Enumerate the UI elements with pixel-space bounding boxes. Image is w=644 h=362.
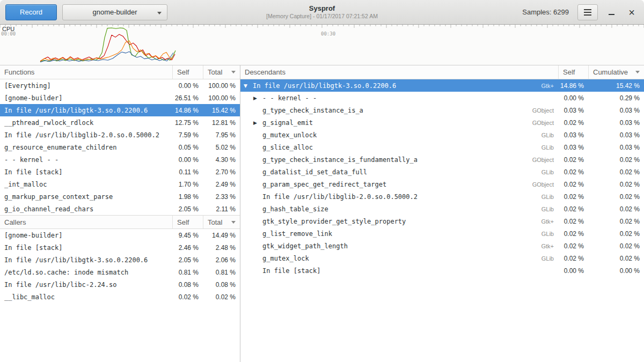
caller-row-name: In file [stack] <box>0 244 172 252</box>
descendant-row[interactable]: ▶- - kernel - -0.00 %0.29 % <box>240 92 644 104</box>
library-label: Gtk+ <box>521 243 558 249</box>
function-row-total: 12.81 % <box>203 119 240 127</box>
descendant-self: 0.02 % <box>558 205 588 213</box>
functions-list: [Everything]0.00 %100.00 %[gnome-builder… <box>0 79 240 215</box>
record-button-label: Record <box>20 8 42 16</box>
library-label: GObject <box>521 181 558 188</box>
window-subtitle: [Memory Capture] - 01/17/2017 07:21:52 A… <box>266 13 378 20</box>
descendants-cumulative-column-header[interactable]: Cumulative <box>588 65 644 79</box>
descendant-row[interactable]: ▶g_signal_emitGObject0.02 %0.03 % <box>240 116 644 129</box>
caller-row[interactable]: __libc_malloc0.02 %0.02 % <box>0 291 240 303</box>
descendant-row[interactable]: g_mutex_lockGLib0.02 %0.02 % <box>240 252 644 264</box>
minimize-icon <box>609 14 614 15</box>
caller-row[interactable]: [gnome-builder]9.45 %14.49 % <box>0 229 240 241</box>
descendant-name-cell: gtk_style_provider_get_style_property <box>240 218 521 225</box>
library-label: GObject <box>521 107 558 114</box>
descendant-row[interactable]: gtk_style_provider_get_style_propertyGtk… <box>240 215 644 227</box>
descendant-row[interactable]: g_hash_table_sizeGLib0.02 %0.02 % <box>240 203 644 215</box>
descendant-row[interactable]: gtk_widget_path_lengthGtk+0.02 %0.02 % <box>240 240 644 252</box>
descendant-name: g_hash_table_size <box>262 205 328 213</box>
descendant-name: g_signal_emit <box>262 119 313 127</box>
expander-collapsed-icon[interactable]: ▶ <box>253 120 262 125</box>
function-row[interactable]: [Everything]0.00 %100.00 % <box>0 79 240 92</box>
descendant-row[interactable]: g_param_spec_get_redirect_targetGObject0… <box>240 178 644 190</box>
descendant-name-cell: ▼In file /usr/lib/libgtk-3.so.0.2200.6 <box>240 82 521 90</box>
descendant-row[interactable]: g_slice_allocGLib0.03 %0.03 % <box>240 141 644 153</box>
callers-column-header[interactable]: Callers <box>0 216 172 228</box>
function-row-self: 0.00 % <box>172 156 203 164</box>
caller-row-self: 0.81 % <box>172 269 203 276</box>
descendant-row[interactable]: g_mutex_unlockGLib0.03 %0.03 % <box>240 129 644 141</box>
functions-total-column-header[interactable]: Total <box>203 65 240 79</box>
function-row-self: 2.05 % <box>172 205 203 213</box>
descendant-self: 0.02 % <box>558 193 588 201</box>
caller-row-self: 9.45 % <box>172 232 203 239</box>
library-label: Gtk+ <box>521 83 558 89</box>
menu-button[interactable] <box>577 4 598 20</box>
function-row-self: 0.11 % <box>172 168 203 176</box>
time-label-mid: 00:30 <box>321 31 335 36</box>
descendant-self: 0.02 % <box>558 168 588 176</box>
caller-row[interactable]: In file /usr/lib/libgtk-3.so.0.2200.62.0… <box>0 254 240 266</box>
descendant-row[interactable]: ▼In file /usr/lib/libgtk-3.so.0.2200.6Gt… <box>240 79 644 92</box>
chevron-down-icon <box>157 12 162 14</box>
sysprof-window: Record gnome-builder Sysprof [Memory Cap… <box>0 0 644 362</box>
function-row[interactable]: - - kernel - -0.00 %4.30 % <box>0 153 240 166</box>
function-row-self: 1.70 % <box>172 181 203 188</box>
descendant-cumulative: 0.02 % <box>588 181 644 188</box>
caller-row-name: /etc/ld.so.cache: inode mismatch <box>0 269 172 276</box>
caller-row-total: 2.48 % <box>203 244 240 252</box>
column-label: Functions <box>4 68 34 76</box>
function-row[interactable]: In file [stack]0.11 %2.70 % <box>0 166 240 178</box>
descendant-row[interactable]: In file /usr/lib/libglib-2.0.so.0.5000.2… <box>240 190 644 203</box>
sort-descending-icon <box>635 71 640 73</box>
column-label: Self <box>563 68 575 76</box>
function-row[interactable]: In file /usr/lib/libgtk-3.so.0.2200.614.… <box>0 104 240 116</box>
expander-collapsed-icon[interactable]: ▶ <box>253 95 262 101</box>
descendant-row[interactable]: g_type_check_instance_is_fundamentally_a… <box>240 153 644 166</box>
function-row-self: 12.75 % <box>172 119 203 127</box>
cpu-orange-line <box>40 41 173 61</box>
function-row[interactable]: g_io_channel_read_chars2.05 %2.11 % <box>0 203 240 215</box>
callers-self-column-header[interactable]: Self <box>172 216 203 228</box>
library-label: GLib <box>521 194 558 200</box>
window-title: Sysprof <box>266 4 378 13</box>
function-row[interactable]: In file /usr/lib/libglib-2.0.so.0.5000.2… <box>0 129 240 141</box>
column-label: Total <box>208 68 222 76</box>
headerbar-right: Samples: 6299 × <box>522 4 639 20</box>
descendant-cumulative: 0.03 % <box>588 119 644 127</box>
descendant-name-cell: ▶- - kernel - - <box>240 94 521 102</box>
library-label: GObject <box>521 157 558 163</box>
function-row[interactable]: __pthread_rwlock_rdlock12.75 %12.81 % <box>0 116 240 129</box>
descendants-self-column-header[interactable]: Self <box>558 65 588 79</box>
descendant-row[interactable]: g_datalist_id_set_data_fullGLib0.02 %0.0… <box>240 166 644 178</box>
callers-total-column-header[interactable]: Total <box>203 216 240 228</box>
functions-column-header[interactable]: Functions <box>0 65 172 79</box>
descendant-name-cell: ▶g_signal_emit <box>240 119 521 127</box>
function-row[interactable]: g_markup_parse_context_parse1.98 %2.33 % <box>0 190 240 203</box>
caller-row[interactable]: In file [stack]2.46 %2.48 % <box>0 241 240 254</box>
process-selector-dropdown[interactable]: gnome-builder <box>62 4 167 20</box>
callers-table-header: Callers Self Total <box>0 215 240 229</box>
function-row-name: In file /usr/lib/libgtk-3.so.0.2200.6 <box>0 107 172 114</box>
caller-row-total: 0.81 % <box>203 269 240 276</box>
functions-self-column-header[interactable]: Self <box>172 65 203 79</box>
function-row[interactable]: [gnome-builder]26.51 %100.00 % <box>0 92 240 104</box>
function-row-total: 4.30 % <box>203 156 240 164</box>
function-row-self: 7.59 % <box>172 131 203 139</box>
close-button[interactable]: × <box>625 5 639 19</box>
cpu-usage-graph[interactable]: CPU 00:00 00:30 <box>0 25 644 65</box>
expander-expanded-icon[interactable]: ▼ <box>244 83 253 88</box>
descendant-row[interactable]: In file [stack]0.00 %0.00 % <box>240 264 644 277</box>
descendant-row[interactable]: g_type_check_instance_is_aGObject0.03 %0… <box>240 104 644 116</box>
minimize-button[interactable] <box>604 5 618 19</box>
descendants-column-header[interactable]: Descendants <box>240 65 558 79</box>
caller-row[interactable]: In file /usr/lib/libc-2.24.so0.08 %0.08 … <box>0 278 240 291</box>
function-row[interactable]: g_resource_enumerate_children0.05 %5.02 … <box>0 141 240 153</box>
descendant-name-cell: g_list_remove_link <box>240 230 521 238</box>
record-button[interactable]: Record <box>5 4 57 20</box>
descendant-cumulative: 15.42 % <box>588 82 644 90</box>
caller-row[interactable]: /etc/ld.so.cache: inode mismatch0.81 %0.… <box>0 266 240 278</box>
function-row[interactable]: _int_malloc1.70 %2.49 % <box>0 178 240 190</box>
descendant-row[interactable]: g_list_remove_linkGLib0.02 %0.02 % <box>240 227 644 240</box>
